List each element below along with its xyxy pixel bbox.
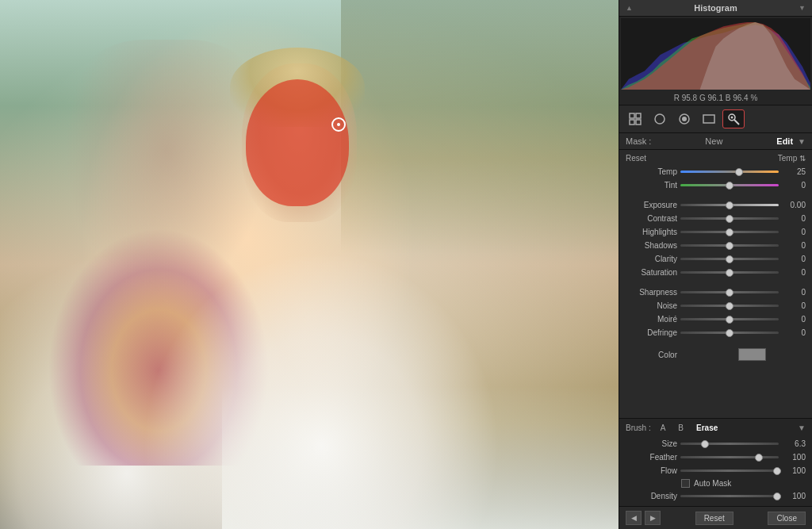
shadows-value: 0 bbox=[782, 241, 806, 250]
defringe-slider-row: Defringe 0 bbox=[619, 326, 812, 339]
density-slider-row: Density 100 bbox=[619, 489, 812, 503]
svg-rect-0 bbox=[630, 113, 634, 118]
brush-expand-arrow[interactable]: ▼ bbox=[798, 424, 806, 432]
size-value: 6.3 bbox=[782, 439, 806, 448]
mask-label: Mask : bbox=[626, 136, 651, 146]
sharpness-slider-row: Sharpness 0 bbox=[619, 286, 812, 299]
svg-rect-2 bbox=[630, 120, 634, 125]
radial-tool-btn[interactable] bbox=[673, 109, 695, 128]
defringe-label: Defringe bbox=[626, 328, 677, 337]
moire-label: Moiré bbox=[626, 315, 677, 324]
tint-slider[interactable] bbox=[680, 184, 779, 186]
contrast-slider-row: Contrast 0 bbox=[619, 212, 812, 225]
exposure-label: Exposure bbox=[626, 201, 677, 209]
flow-value: 100 bbox=[782, 466, 806, 475]
defringe-slider[interactable] bbox=[680, 332, 779, 334]
contrast-slider[interactable] bbox=[680, 217, 779, 220]
contrast-label: Contrast bbox=[626, 214, 677, 223]
brush-tab-b[interactable]: B bbox=[675, 423, 687, 433]
temp-value: 25 bbox=[782, 167, 806, 176]
histogram-canvas bbox=[621, 18, 810, 90]
next-arrow-btn[interactable]: ▶ bbox=[645, 511, 661, 525]
saturation-label: Saturation bbox=[626, 268, 677, 277]
density-label: Density bbox=[626, 492, 677, 500]
feather-label: Feather bbox=[626, 453, 677, 462]
histogram-section: ▲ Histogram ▼ R 95.8 G 96.1 B 96.4 % bbox=[619, 0, 812, 105]
pin-marker bbox=[331, 117, 346, 132]
mask-row: Mask : New Edit ▼ bbox=[619, 133, 812, 150]
moire-slider[interactable] bbox=[680, 318, 779, 320]
brush-section: Brush : A B Erase ▼ Size 6.3 Feather 100… bbox=[619, 418, 812, 506]
svg-point-4 bbox=[655, 114, 665, 124]
temp-slider[interactable] bbox=[680, 171, 779, 173]
color-swatch[interactable] bbox=[738, 348, 766, 361]
flow-label: Flow bbox=[626, 466, 677, 475]
reset-btn[interactable]: Reset bbox=[626, 154, 646, 163]
sharpness-slider[interactable] bbox=[680, 291, 779, 293]
clarity-slider[interactable] bbox=[680, 258, 779, 260]
svg-line-9 bbox=[734, 120, 739, 125]
temp-selector[interactable]: Temp ⇅ bbox=[778, 154, 806, 163]
sharpness-value: 0 bbox=[782, 288, 806, 297]
size-label: Size bbox=[626, 439, 677, 448]
density-slider[interactable] bbox=[680, 495, 779, 497]
histogram-collapse-arrow[interactable]: ▲ bbox=[626, 4, 633, 12]
feather-value: 100 bbox=[782, 453, 806, 462]
saturation-slider-row: Saturation 0 bbox=[619, 266, 812, 279]
svg-rect-3 bbox=[636, 120, 641, 125]
auto-mask-checkbox[interactable] bbox=[681, 479, 690, 488]
mask-edit-btn[interactable]: Edit bbox=[776, 136, 793, 146]
histogram-rgb-info: R 95.8 G 96.1 B 96.4 % bbox=[619, 91, 812, 105]
highlights-slider-row: Highlights 0 bbox=[619, 225, 812, 239]
tint-slider-row: Tint 0 bbox=[619, 178, 812, 192]
saturation-slider[interactable] bbox=[680, 271, 779, 274]
highlights-slider[interactable] bbox=[680, 231, 779, 233]
auto-mask-label: Auto Mask bbox=[694, 479, 731, 488]
tint-label: Tint bbox=[626, 181, 677, 190]
feather-slider-row: Feather 100 bbox=[619, 450, 812, 464]
reset-bottom-btn[interactable]: Reset bbox=[695, 512, 733, 525]
brush-label: Brush : bbox=[626, 424, 651, 432]
grid-tool-btn[interactable] bbox=[624, 109, 646, 128]
shadows-label: Shadows bbox=[626, 241, 677, 250]
svg-rect-1 bbox=[636, 113, 641, 118]
noise-label: Noise bbox=[626, 301, 677, 310]
brush-tool-btn[interactable] bbox=[722, 109, 745, 128]
photo-area bbox=[0, 0, 619, 529]
size-slider-row: Size 6.3 bbox=[619, 437, 812, 450]
brush-tab-erase[interactable]: Erase bbox=[693, 423, 721, 433]
right-panel: ▲ Histogram ▼ R 95.8 G 96.1 B 96.4 % bbox=[619, 0, 812, 529]
exposure-slider-row: Exposure 0.00 bbox=[619, 198, 812, 212]
moire-value: 0 bbox=[782, 315, 806, 324]
mask-new-btn[interactable]: New bbox=[705, 136, 722, 146]
adjustments-panel: Reset Temp ⇅ Temp 25 Tint 0 Exposure bbox=[619, 150, 812, 418]
highlights-value: 0 bbox=[782, 228, 806, 236]
saturation-value: 0 bbox=[782, 268, 806, 277]
moire-slider-row: Moiré 0 bbox=[619, 312, 812, 326]
histogram-header: ▲ Histogram ▼ bbox=[619, 0, 812, 17]
svg-point-6 bbox=[682, 117, 687, 121]
histogram-expand-arrow[interactable]: ▼ bbox=[799, 4, 806, 12]
clarity-slider-row: Clarity 0 bbox=[619, 252, 812, 266]
feather-slider[interactable] bbox=[680, 456, 779, 458]
histogram-title: Histogram bbox=[694, 3, 737, 13]
close-btn[interactable]: Close bbox=[768, 512, 806, 525]
size-slider[interactable] bbox=[680, 443, 779, 445]
brush-header: Brush : A B Erase ▼ bbox=[619, 419, 812, 437]
shadows-slider[interactable] bbox=[680, 244, 779, 247]
flow-slider-row: Flow 100 bbox=[619, 464, 812, 477]
prev-arrow-btn[interactable]: ◀ bbox=[626, 511, 642, 525]
flow-slider[interactable] bbox=[680, 470, 779, 472]
circle-tool-btn[interactable] bbox=[649, 109, 671, 128]
density-value: 100 bbox=[782, 492, 806, 500]
exposure-slider[interactable] bbox=[680, 204, 779, 206]
tools-row bbox=[619, 105, 812, 133]
svg-rect-7 bbox=[703, 115, 714, 123]
brush-tab-a[interactable]: A bbox=[657, 423, 669, 433]
color-label: Color bbox=[626, 351, 677, 359]
auto-mask-row: Auto Mask bbox=[619, 477, 812, 489]
tint-value: 0 bbox=[782, 181, 806, 190]
rect-tool-btn[interactable] bbox=[698, 109, 720, 128]
noise-slider[interactable] bbox=[680, 305, 779, 307]
temp-label: Temp bbox=[626, 167, 677, 176]
